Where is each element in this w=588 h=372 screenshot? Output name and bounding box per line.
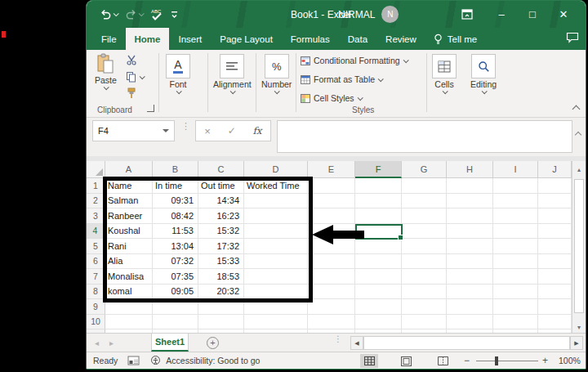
cell-I8[interactable] [493, 285, 538, 300]
row-header-10[interactable]: 10 [87, 315, 105, 330]
cell-A10[interactable] [105, 315, 153, 330]
zoom-slider-handle[interactable] [495, 356, 498, 365]
cell-H9[interactable] [447, 299, 493, 315]
cell-H2[interactable] [447, 194, 493, 209]
copy-button[interactable] [126, 71, 144, 83]
paste-button[interactable]: Paste [95, 53, 117, 90]
cell-F2[interactable] [355, 194, 402, 209]
cell-J1[interactable] [538, 178, 572, 194]
expand-formula-bar-icon[interactable] [575, 132, 581, 138]
tab-review[interactable]: Review [376, 28, 425, 50]
cell-J9[interactable] [538, 299, 572, 315]
cell-I2[interactable] [493, 194, 538, 209]
cell-E9[interactable] [308, 299, 355, 315]
cell-F7[interactable] [355, 269, 402, 285]
cell-E10[interactable] [308, 315, 355, 330]
cell-G3[interactable] [402, 208, 447, 224]
cell-E3[interactable] [308, 208, 355, 224]
column-header-J[interactable]: J [538, 161, 572, 178]
column-header-B[interactable]: B [153, 161, 198, 178]
cell-H10[interactable] [447, 315, 493, 330]
cell-J6[interactable] [538, 254, 572, 270]
cell-J10[interactable] [538, 315, 572, 330]
font-group-button[interactable]: A Font [166, 54, 190, 94]
page-break-view-button[interactable] [434, 354, 452, 368]
tell-me-box[interactable]: Tell me [425, 28, 485, 50]
cell-I4[interactable] [493, 224, 538, 240]
column-header-D[interactable]: D [244, 161, 308, 178]
cells-group-button[interactable]: Cells [432, 54, 457, 94]
column-header-G[interactable]: G [402, 161, 447, 178]
cell-I9[interactable] [493, 299, 538, 315]
cell-F8[interactable] [355, 285, 402, 300]
cell-G4[interactable] [402, 224, 447, 240]
name-box-dropdown-icon[interactable] [163, 129, 169, 132]
cell-H5[interactable] [447, 239, 493, 254]
cell-J5[interactable] [538, 239, 572, 254]
zoom-in-button[interactable]: + [542, 355, 548, 366]
formula-input[interactable] [277, 120, 572, 153]
alignment-group-button[interactable]: Alignment [213, 54, 252, 94]
customize-qat-button[interactable] [171, 10, 178, 20]
cell-G2[interactable] [402, 194, 447, 209]
prev-sheet-icon[interactable]: ◂ [95, 338, 99, 347]
horizontal-scroll-track[interactable] [363, 336, 570, 350]
page-layout-view-button[interactable] [397, 354, 415, 368]
formula-bar-grip[interactable]: ⋮ [181, 124, 190, 128]
zoom-out-button[interactable]: − [464, 355, 470, 366]
scroll-left-icon[interactable]: ◀ [350, 336, 363, 350]
cell-F9[interactable] [355, 299, 402, 315]
conditional-formatting-button[interactable]: Conditional Formatting [301, 56, 408, 65]
macro-record-icon[interactable] [127, 356, 140, 365]
column-header-A[interactable]: A [105, 161, 153, 178]
column-header-I[interactable]: I [493, 161, 538, 178]
cell-G9[interactable] [402, 299, 447, 315]
editing-group-button[interactable]: Editing [470, 54, 497, 94]
cell-H7[interactable] [447, 269, 493, 285]
cell-I5[interactable] [493, 239, 538, 254]
cell-B10[interactable] [153, 315, 198, 330]
ribbon-display-options-button[interactable] [453, 1, 481, 28]
sheetbar-grip[interactable]: ⋮ [334, 338, 342, 341]
collapse-ribbon-button[interactable] [572, 105, 581, 114]
scroll-right-icon[interactable]: ▶ [570, 336, 583, 350]
cell-H6[interactable] [447, 254, 493, 270]
cell-J4[interactable] [538, 224, 572, 240]
cell-E7[interactable] [308, 269, 355, 285]
format-painter-button[interactable] [126, 87, 137, 101]
cell-F1[interactable] [355, 178, 402, 194]
cell-F6[interactable] [355, 254, 402, 270]
horizontal-scrollbar[interactable]: ◀ ▶ [350, 336, 583, 350]
cell-D10[interactable] [244, 315, 308, 330]
cell-H1[interactable] [447, 178, 493, 194]
close-button[interactable]: ✕ [548, 1, 579, 28]
cut-button[interactable] [126, 55, 137, 67]
cell-H4[interactable] [447, 224, 493, 240]
vertical-scroll-thumb[interactable] [574, 179, 584, 313]
column-header-C[interactable]: C [198, 161, 244, 178]
insert-function-icon[interactable]: fx [252, 125, 261, 137]
column-header-H[interactable]: H [447, 161, 493, 178]
cell-G7[interactable] [402, 269, 447, 285]
enter-icon[interactable]: ✓ [228, 125, 236, 137]
cell-J7[interactable] [538, 269, 572, 285]
redo-button[interactable] [125, 9, 143, 20]
spelling-button[interactable]: ABC [150, 8, 163, 21]
tab-file[interactable]: File [92, 28, 126, 50]
cell-I6[interactable] [493, 254, 538, 270]
vertical-scrollbar[interactable]: ▴ ▾ [572, 161, 586, 333]
cell-I7[interactable] [493, 269, 538, 285]
undo-button[interactable] [100, 9, 118, 20]
cell-E1[interactable] [308, 178, 355, 194]
cell-I1[interactable] [493, 178, 538, 194]
cell-H8[interactable] [447, 285, 493, 300]
tab-insert[interactable]: Insert [169, 28, 211, 50]
tab-data[interactable]: Data [339, 28, 376, 50]
tab-home[interactable]: Home [126, 28, 170, 50]
tab-formulas[interactable]: Formulas [282, 28, 339, 50]
cell-J2[interactable] [538, 194, 572, 209]
cell-G10[interactable] [402, 315, 447, 330]
normal-view-button[interactable] [360, 354, 378, 368]
column-header-E[interactable]: E [308, 161, 355, 178]
user-name[interactable]: NIRMAL [338, 9, 375, 20]
